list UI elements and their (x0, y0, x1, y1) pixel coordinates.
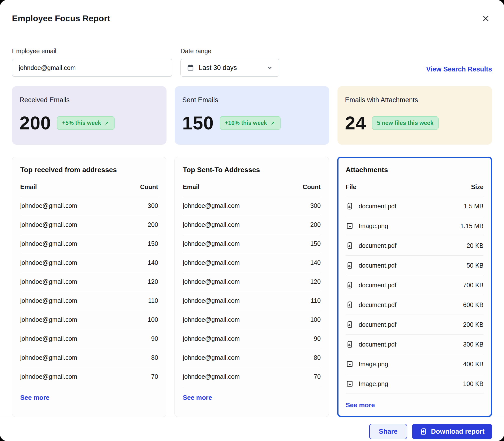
column-header-size: Size (471, 183, 484, 191)
table-row: johndoe@gmail.com 70 (183, 367, 321, 386)
count-cell: 70 (314, 373, 321, 380)
table-row: johndoe@gmail.com 110 (20, 291, 158, 310)
table-row: document.pdf 600 KB (346, 295, 484, 315)
see-more-link[interactable]: See more (183, 394, 212, 402)
table-row: johndoe@gmail.com 100 (183, 310, 321, 329)
table-row: johndoe@gmail.com 110 (183, 291, 321, 310)
count-cell: 150 (310, 240, 321, 247)
modal-footer: Share Download report (0, 417, 504, 441)
table-row: johndoe@gmail.com 140 (20, 253, 158, 272)
count-cell: 80 (314, 354, 321, 361)
file-size-cell: 1.5 MB (464, 203, 484, 210)
page-title: Employee Focus Report (12, 13, 110, 23)
image-file-icon (346, 360, 354, 368)
download-report-label: Download report (431, 428, 485, 436)
table-body: johndoe@gmail.com 300 johndoe@gmail.com … (183, 196, 321, 386)
email-cell: johndoe@gmail.com (183, 240, 240, 247)
file-name-cell: document.pdf (359, 301, 397, 309)
panel-attachments: Attachments File Size (337, 157, 492, 417)
file-size-cell: 600 KB (463, 301, 484, 309)
stat-card-received-emails: Received Emails 200 +5% this week (12, 86, 167, 145)
table-row: johndoe@gmail.com 200 (20, 215, 158, 234)
email-cell: johndoe@gmail.com (20, 297, 77, 304)
image-file-icon (346, 380, 354, 388)
table-row: document.pdf 1.5 MB (346, 196, 484, 216)
file-name-cell: document.pdf (359, 203, 397, 210)
count-cell: 110 (148, 297, 158, 304)
count-cell: 140 (310, 259, 321, 266)
count-cell: 200 (310, 221, 321, 228)
table-row: document.pdf 20 KB (346, 236, 484, 256)
share-button[interactable]: Share (369, 424, 407, 439)
status-badge: +10% this week (220, 116, 280, 130)
table-row: johndoe@gmail.com 80 (20, 348, 158, 367)
pdf-file-icon (346, 242, 354, 250)
table-row: Image.png 100 KB (346, 374, 484, 394)
close-button[interactable] (480, 12, 492, 25)
count-cell: 100 (148, 316, 158, 323)
download-report-button[interactable]: Download report (412, 424, 492, 439)
file-size-cell: 100 KB (463, 380, 484, 388)
date-range-value: Last 30 days (199, 64, 267, 72)
table-row: johndoe@gmail.com 80 (183, 348, 321, 367)
badge-label: +5% this week (62, 120, 101, 126)
file-name-cell: document.pdf (359, 341, 397, 348)
see-more-link[interactable]: See more (20, 394, 49, 402)
stat-card-sent-emails: Sent Emails 150 +10% this week (175, 86, 329, 145)
table-row: johndoe@gmail.com 70 (20, 367, 158, 386)
arrow-up-right-icon (104, 120, 110, 126)
count-cell: 300 (148, 202, 158, 209)
pdf-file-icon (346, 261, 354, 269)
count-cell: 120 (148, 278, 158, 285)
email-cell: johndoe@gmail.com (20, 354, 77, 361)
table-row: document.pdf 300 KB (346, 335, 484, 354)
email-cell: johndoe@gmail.com (20, 316, 77, 323)
table-row: johndoe@gmail.com 300 (183, 196, 321, 215)
column-header-file: File (346, 183, 356, 191)
table-row: Image.png 400 KB (346, 354, 484, 374)
email-cell: johndoe@gmail.com (20, 278, 77, 285)
table-row: johndoe@gmail.com 100 (20, 310, 158, 329)
panel-title: Attachments (346, 166, 484, 174)
status-badge: +5% this week (57, 116, 115, 130)
calendar-icon (187, 64, 194, 71)
count-cell: 200 (148, 221, 158, 228)
download-file-icon (420, 428, 427, 435)
file-name-cell: document.pdf (359, 262, 397, 269)
file-size-cell: 1.15 MB (460, 222, 484, 230)
pdf-file-icon (346, 340, 354, 348)
email-cell: johndoe@gmail.com (20, 259, 77, 266)
email-cell: johndoe@gmail.com (183, 335, 240, 342)
stat-value: 200 (19, 112, 51, 134)
count-cell: 80 (151, 354, 158, 361)
panel-title: Top Sent-To Addresses (183, 166, 321, 174)
file-size-cell: 700 KB (463, 282, 484, 289)
email-cell: johndoe@gmail.com (20, 202, 77, 209)
table-row: johndoe@gmail.com 90 (20, 329, 158, 348)
badge-label: 5 new files this week (377, 120, 433, 126)
arrow-up-right-icon (270, 120, 276, 126)
email-cell: johndoe@gmail.com (183, 297, 240, 304)
column-header-email: Email (183, 183, 199, 191)
status-badge: 5 new files this week (372, 116, 438, 130)
stat-title: Sent Emails (182, 96, 322, 104)
stat-title: Received Emails (19, 96, 159, 104)
chevron-down-icon (267, 64, 273, 71)
table-body: document.pdf 1.5 MB (346, 196, 484, 394)
image-file-icon (346, 222, 354, 230)
table-row: johndoe@gmail.com 300 (20, 196, 158, 215)
date-range-select[interactable]: Last 30 days (180, 59, 279, 77)
table-row: johndoe@gmail.com 200 (183, 215, 321, 234)
table-header: Email Count (183, 183, 321, 196)
pdf-file-icon (346, 281, 354, 289)
file-name-cell: document.pdf (359, 321, 397, 328)
view-search-results-link[interactable]: View Search Results (426, 65, 492, 73)
table-row: document.pdf 700 KB (346, 275, 484, 295)
employee-email-input[interactable] (12, 59, 172, 77)
stat-value: 150 (182, 112, 214, 134)
file-size-cell: 300 KB (463, 341, 484, 348)
employee-email-label: Employee email (12, 47, 172, 55)
see-more-link[interactable]: See more (346, 401, 375, 409)
table-header: Email Count (20, 183, 158, 196)
stats-row: Received Emails 200 +5% this week Sent E… (0, 86, 504, 145)
